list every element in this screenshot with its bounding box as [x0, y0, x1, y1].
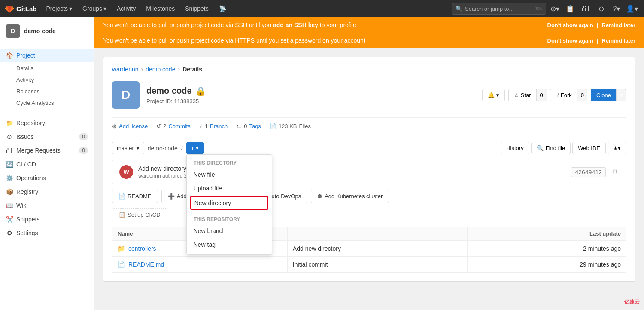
branches-link[interactable]: Branch: [210, 123, 228, 129]
dropdown-section-this-repository: This repository: [187, 214, 272, 224]
star-button[interactable]: ☆ Star: [508, 89, 536, 101]
nav-milestones[interactable]: Milestones: [142, 0, 179, 17]
project-avatar: D: [112, 81, 140, 109]
files-icon: 📄: [270, 123, 276, 129]
stat-tags[interactable]: 🏷 0 Tags: [236, 123, 261, 129]
add-license-link[interactable]: Add license: [119, 123, 148, 129]
tags-link[interactable]: Tags: [249, 123, 261, 129]
cicd-setup-icon: 📋: [118, 212, 125, 218]
sidebar-sub-activity[interactable]: Activity: [0, 74, 94, 86]
last-update-controllers: 2 minutes ago: [468, 241, 626, 257]
issues-icon[interactable]: ⊙: [594, 2, 608, 15]
sidebar-item-wiki[interactable]: 📖 Wiki: [0, 199, 94, 212]
file-name-readme[interactable]: 📄 README.md: [118, 261, 282, 268]
sidebar-item-cicd[interactable]: 🔄 CI / CD: [0, 157, 94, 171]
tags-icon: 🏷: [236, 123, 242, 129]
nav-broadcast[interactable]: 📡: [215, 0, 231, 17]
star-count[interactable]: 0: [536, 89, 547, 101]
commit-author: wardennn: [138, 173, 161, 179]
sidebar-sub-details[interactable]: Details: [0, 62, 94, 74]
col-last-update: Last update: [468, 227, 626, 241]
files-size: 123 KB: [279, 123, 297, 129]
project-title: demo code 🔒: [146, 86, 475, 96]
copy-hash-button[interactable]: ⧉: [611, 167, 619, 177]
alert-ssh-remind[interactable]: Remind later: [601, 22, 635, 28]
branch-name: master: [117, 145, 134, 151]
readme-button[interactable]: 📄 README: [112, 190, 158, 203]
sidebar-project-avatar: D: [6, 24, 20, 38]
lock-icon: 🔒: [195, 86, 206, 96]
sidebar-item-snippets[interactable]: ✂️ Snippets: [0, 212, 94, 226]
folder-icon: 📁: [118, 245, 125, 252]
nav-groups[interactable]: Groups ▾: [78, 0, 111, 17]
clone-dropdown[interactable]: ▾: [616, 89, 626, 101]
sidebar-item-operations[interactable]: ⚙️ Operations: [0, 171, 94, 185]
sidebar-item-settings[interactable]: ⚙ Settings: [0, 226, 94, 240]
help-icon[interactable]: ?▾: [610, 2, 623, 15]
branches-icon: ⑂: [199, 123, 203, 129]
sidebar-project-header[interactable]: D demo code: [0, 17, 94, 45]
stat-add-license[interactable]: ⊛ Add license: [112, 123, 148, 129]
stat-files: 📄 123 KB Files: [270, 123, 311, 129]
dropdown-new-directory[interactable]: New directory: [190, 196, 268, 210]
fork-count[interactable]: 0: [577, 89, 587, 101]
notification-button[interactable]: 🔔 ▾: [482, 89, 505, 101]
dropdown-section-this-directory: This directory: [187, 157, 272, 168]
sidebar-item-issues[interactable]: ⊙ Issues 0: [0, 130, 94, 144]
sidebar-item-merge-requests[interactable]: ⛙ Merge Requests 0: [0, 144, 94, 157]
add-button[interactable]: + ▾: [186, 142, 204, 154]
alert-https-remind[interactable]: Remind later: [601, 37, 635, 44]
sidebar-item-project[interactable]: 🏠 Project: [0, 49, 94, 62]
commits-link[interactable]: Commits: [168, 123, 190, 129]
merge-requests-icon[interactable]: ⛙: [579, 2, 592, 15]
alert-https: You won't be able to pull or push projec…: [94, 33, 644, 48]
clone-button-group: Clone ▾: [591, 89, 626, 101]
dropdown-new-file[interactable]: New file: [187, 168, 272, 181]
alert-https-dismiss[interactable]: Don't show again: [547, 37, 593, 44]
nav-snippets[interactable]: Snippets: [181, 0, 213, 17]
profile-icon[interactable]: 👤▾: [625, 2, 639, 15]
fork-button[interactable]: ⑂ Fork: [550, 89, 577, 101]
project-info: demo code 🔒 Project ID: 11388335: [146, 86, 475, 104]
sidebar-item-label: Repository: [16, 120, 45, 126]
history-button[interactable]: History: [501, 142, 529, 154]
dropdown-upload-file[interactable]: Upload file: [187, 181, 272, 195]
changelog-icon: ➕: [168, 193, 175, 200]
branch-selector[interactable]: master ▾: [112, 142, 144, 154]
brand-logo[interactable]: GitLab: [5, 4, 37, 13]
create-new-button[interactable]: ⊕▾: [548, 2, 562, 15]
branches-count: 1: [205, 123, 208, 129]
license-icon: ⊛: [112, 123, 117, 129]
alert-https-text: You won't be able to pull or push projec…: [103, 37, 365, 44]
commit-msg-readme: Initial commit: [287, 257, 468, 273]
add-ssh-key-link[interactable]: add an SSH key: [273, 21, 318, 28]
sidebar-item-label: Merge Requests: [16, 147, 61, 154]
add-kubernetes-button[interactable]: ☸ Add Kubernetes cluster: [311, 190, 389, 203]
sidebar: D demo code 🏠 Project Details Activity R…: [0, 17, 94, 310]
cicd-icon: 🔄: [6, 161, 13, 168]
breadcrumb-user[interactable]: wardennn: [112, 66, 139, 73]
chevron-down-icon: ▾: [196, 145, 199, 151]
table-row: 📄 README.md Initial commit 29 minutes ag…: [112, 257, 626, 273]
find-file-button[interactable]: 🔍 Find file: [531, 142, 571, 154]
sidebar-item-registry[interactable]: 📦 Registry: [0, 185, 94, 199]
sidebar-sub-cycle-analytics[interactable]: Cycle Analytics: [0, 97, 94, 109]
global-search[interactable]: 🔍 Search or jump to... ⌘K: [452, 3, 546, 15]
setup-cicd-button[interactable]: 📋 Set up CI/CD: [112, 208, 167, 221]
dropdown-new-branch[interactable]: New branch: [187, 224, 272, 238]
sidebar-sub-releases[interactable]: Releases: [0, 86, 94, 97]
alert-ssh-dismiss[interactable]: Don't show again: [547, 22, 593, 28]
more-options-button[interactable]: ⊕▾: [608, 142, 626, 154]
dropdown-new-tag[interactable]: New tag: [187, 238, 272, 252]
nav-activity[interactable]: Activity: [112, 0, 140, 17]
web-ide-button[interactable]: Web IDE: [572, 142, 606, 154]
nav-projects[interactable]: Projects ▾: [42, 0, 77, 17]
stat-branches[interactable]: ⑂ 1 Branch: [199, 123, 228, 129]
star-button-group: ☆ Star 0: [508, 89, 547, 101]
todo-icon[interactable]: 📋: [563, 2, 577, 15]
breadcrumb-project[interactable]: demo code: [146, 66, 175, 73]
path-separator: /: [181, 145, 183, 152]
sidebar-item-repository[interactable]: 📁 Repository: [0, 116, 94, 130]
clone-button[interactable]: Clone: [591, 89, 616, 101]
stat-commits[interactable]: ↺ 2 Commits: [156, 123, 191, 129]
